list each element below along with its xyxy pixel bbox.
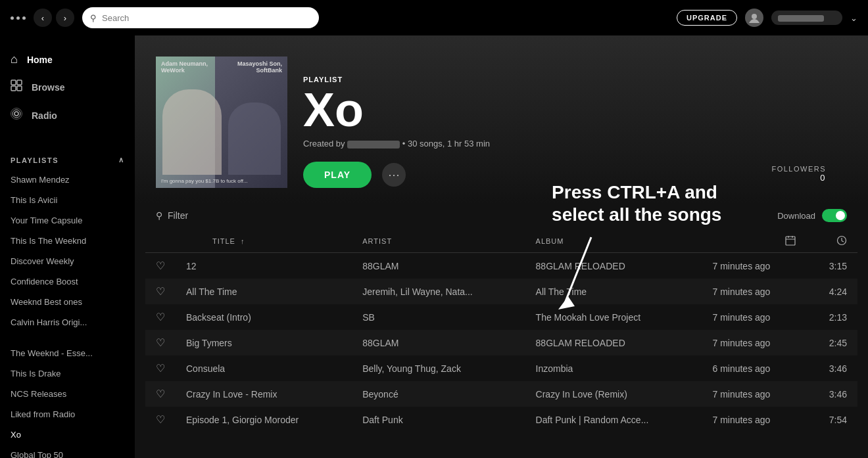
creator-name [347, 141, 400, 149]
track-controls: ⚲ Filter Download [135, 204, 868, 230]
playlist-info: PLAYLIST Xo Created by • 30 songs, 1 hr … [303, 76, 511, 188]
sidebar-item-discover-weekly[interactable]: Discover Weekly [0, 251, 135, 271]
table-row[interactable]: ♡ All The Time Jeremih, Lil Wayne, Nata.… [145, 279, 857, 304]
table-row[interactable]: ♡ Episode 1, Giorgio Moroder Daft Punk D… [145, 407, 857, 432]
like-cell: ♡ [145, 279, 176, 304]
like-icon[interactable]: ♡ [156, 286, 165, 297]
playlist-meta: Created by • 30 songs, 1 hr 53 min [303, 139, 511, 149]
nav-arrows: ‹ › [34, 9, 74, 27]
sidebar-item-this-is-the-weeknd[interactable]: This Is The Weeknd [0, 231, 135, 251]
filter-placeholder: Filter [168, 210, 188, 221]
svg-point-0 [752, 14, 757, 19]
nav-items: ⌂ Home Browse Radio [0, 35, 135, 135]
track-artist-cell: Daft Punk [352, 407, 525, 432]
sidebar-item-label: Home [27, 55, 53, 65]
playlist-header: Adam Neumann,WeWork Masayoshi Son,SoftBa… [135, 35, 868, 204]
track-title-cell: Episode 1, Giorgio Moroder [176, 407, 352, 432]
like-icon[interactable]: ♡ [156, 388, 165, 400]
track-added-cell: 7 minutes ago [702, 330, 806, 355]
search-input[interactable] [102, 13, 311, 23]
sidebar-item-this-is-avicii[interactable]: This Is Avicii [0, 190, 135, 210]
table-row[interactable]: ♡ Crazy In Love - Remix Beyoncé Crazy In… [145, 381, 857, 407]
playlist-actions: PLAY ⋯ [303, 162, 511, 188]
filter-box: ⚲ Filter [156, 210, 188, 221]
like-cell: ♡ [145, 330, 176, 355]
track-duration-cell: 4:24 [806, 279, 857, 304]
table-row[interactable]: ♡ Consuela Belly, Young Thug, Zack Inzom… [145, 355, 857, 381]
filter-icon: ⚲ [156, 210, 162, 221]
table-row[interactable]: ♡ Backseat (Intro) SB The Mookah Love Pr… [145, 304, 857, 330]
sidebar-item-confidence-boost[interactable]: Confidence Boost [0, 271, 135, 292]
sidebar-item-xo[interactable]: Xo [0, 424, 135, 445]
avatar[interactable] [745, 9, 763, 27]
sidebar-item-home[interactable]: ⌂ Home [0, 46, 135, 73]
svg-point-6 [12, 110, 20, 118]
col-title: TITLE ↑ [176, 230, 352, 253]
annotation-line2: select all the songs [552, 204, 721, 226]
browse-icon [11, 80, 22, 95]
svg-line-16 [842, 241, 844, 242]
collapse-icon[interactable]: ∧ [118, 156, 125, 164]
track-artist-cell: Belly, Young Thug, Zack [352, 355, 525, 381]
sidebar-item-liked-from-radio[interactable]: Liked from Radio [0, 404, 135, 424]
track-added-cell: 6 minutes ago [702, 355, 806, 381]
search-icon: ⚲ [90, 13, 97, 23]
calendar-icon [785, 239, 796, 247]
table-row[interactable]: ♡ Big Tymers 88GLAM 88GLAM RELOADED 7 mi… [145, 330, 857, 355]
annotation-line1: Press CTRL+A and [552, 181, 721, 204]
clock-icon [836, 239, 847, 247]
app-menu[interactable] [11, 16, 26, 20]
track-album-cell: Inzombia [525, 355, 702, 381]
sidebar-item-radio[interactable]: Radio [0, 101, 135, 129]
like-icon[interactable]: ♡ [156, 363, 165, 374]
annotation-arrow-svg [552, 231, 657, 316]
forward-button[interactable]: › [56, 9, 74, 27]
back-button[interactable]: ‹ [34, 9, 52, 27]
sidebar-item-weeknd-best-ones[interactable]: Weeknd Best ones [0, 292, 135, 312]
col-artist: ARTIST [352, 230, 525, 253]
home-icon: ⌂ [11, 53, 18, 66]
followers-area: FOLLOWERS 0 [750, 165, 847, 188]
like-icon[interactable]: ♡ [156, 260, 165, 271]
track-artist-cell: 88GLAM [352, 330, 525, 355]
track-title-cell: Crazy In Love - Remix [176, 381, 352, 407]
svg-point-5 [14, 112, 18, 116]
sidebar-item-calvin-harris[interactable]: Calvin Harris Origi... [0, 312, 135, 332]
followers-label: FOLLOWERS [771, 165, 826, 173]
sidebar: ⌂ Home Browse Radio PLAYLISTS ∧ Shawn Me… [0, 35, 135, 458]
track-title-cell: 12 [176, 253, 352, 279]
track-list: ♡ 12 88GLAM 88GLAM RELOADED 7 minutes ag… [145, 253, 857, 433]
chevron-down-icon[interactable]: ⌄ [850, 13, 857, 23]
play-button[interactable]: PLAY [303, 162, 372, 188]
like-icon[interactable]: ♡ [156, 311, 165, 323]
track-added-cell: 7 minutes ago [702, 407, 806, 432]
more-options-button[interactable]: ⋯ [382, 163, 406, 187]
like-icon[interactable]: ♡ [156, 414, 165, 425]
sidebar-item-shawn-mendez[interactable]: Shawn Mendez [0, 170, 135, 190]
sidebar-item-global-top-50[interactable]: Global Top 50 [0, 445, 135, 458]
table-row[interactable]: ♡ 12 88GLAM 88GLAM RELOADED 7 minutes ag… [145, 253, 857, 279]
playlist-list-2: The Weeknd - Esse...This Is DrakeNCS Rel… [0, 343, 135, 458]
track-artist-cell: 88GLAM [352, 253, 525, 279]
sidebar-item-browse[interactable]: Browse [0, 73, 135, 101]
sidebar-item-this-is-drake[interactable]: This Is Drake [0, 363, 135, 384]
sidebar-item-the-weeknd-esse[interactable]: The Weeknd - Esse... [0, 343, 135, 363]
track-album-cell: Daft Punk | Random Acce... [525, 407, 702, 432]
sidebar-item-ncs-releases[interactable]: NCS Releases [0, 384, 135, 404]
username-display[interactable] [771, 11, 842, 25]
search-bar: ⚲ [82, 7, 319, 28]
playlist-stats: • 30 songs, 1 hr 53 min [402, 139, 490, 149]
sidebar-item-your-time-capsule[interactable]: Your Time Capsule [0, 210, 135, 231]
svg-rect-2 [17, 80, 22, 85]
track-title-cell: Backseat (Intro) [176, 304, 352, 330]
track-duration-cell: 7:54 [806, 407, 857, 432]
like-icon[interactable]: ♡ [156, 337, 165, 348]
svg-rect-1 [11, 80, 16, 85]
playlist-cover: Adam Neumann,WeWork Masayoshi Son,SoftBa… [156, 57, 287, 188]
track-duration-cell: 3:46 [806, 355, 857, 381]
track-duration-cell: 2:13 [806, 304, 857, 330]
like-cell: ♡ [145, 381, 176, 407]
download-toggle[interactable] [822, 209, 847, 222]
upgrade-button[interactable]: UPGRADE [677, 10, 737, 26]
track-duration-cell: 2:45 [806, 330, 857, 355]
